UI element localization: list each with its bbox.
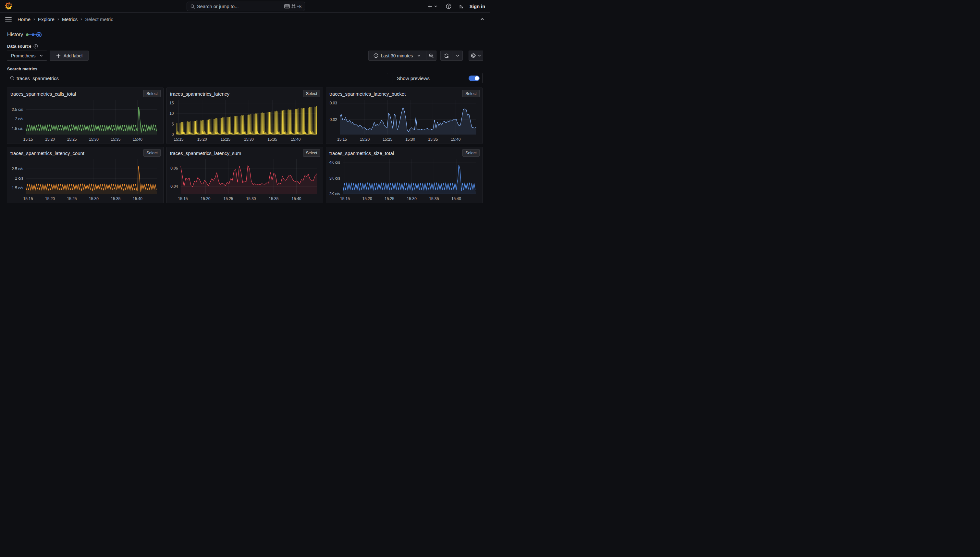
svg-text:15:15: 15:15 — [340, 197, 350, 201]
svg-text:4K c/s: 4K c/s — [329, 160, 340, 165]
svg-text:1.5 c/s: 1.5 c/s — [12, 186, 23, 190]
svg-text:15:20: 15:20 — [360, 137, 370, 142]
svg-text:15:15: 15:15 — [23, 137, 33, 142]
svg-text:15:15: 15:15 — [337, 137, 347, 142]
svg-text:15:30: 15:30 — [246, 197, 256, 201]
svg-text:15:35: 15:35 — [429, 197, 439, 201]
svg-text:15:15: 15:15 — [23, 197, 33, 201]
svg-text:2 c/s: 2 c/s — [15, 117, 23, 121]
svg-text:15:20: 15:20 — [363, 197, 372, 201]
svg-text:15:35: 15:35 — [428, 137, 438, 142]
svg-text:15:30: 15:30 — [407, 197, 416, 201]
svg-text:15:35: 15:35 — [267, 137, 277, 142]
svg-text:0.06: 0.06 — [170, 166, 178, 171]
svg-text:0.02: 0.02 — [330, 117, 338, 122]
svg-text:15:40: 15:40 — [133, 137, 142, 142]
svg-text:15:25: 15:25 — [220, 137, 230, 142]
svg-text:15:20: 15:20 — [45, 197, 55, 201]
svg-text:15:35: 15:35 — [269, 197, 278, 201]
svg-text:15:25: 15:25 — [382, 137, 392, 142]
svg-text:3K c/s: 3K c/s — [329, 176, 340, 181]
svg-text:1.5 c/s: 1.5 c/s — [12, 127, 23, 131]
svg-text:15:20: 15:20 — [201, 197, 210, 201]
svg-text:15:15: 15:15 — [174, 137, 183, 142]
svg-text:5: 5 — [172, 122, 174, 127]
svg-text:2.5 c/s: 2.5 c/s — [12, 107, 23, 112]
svg-text:15:30: 15:30 — [405, 137, 415, 142]
svg-text:15: 15 — [169, 101, 174, 105]
svg-text:10: 10 — [169, 111, 174, 116]
svg-text:2 c/s: 2 c/s — [15, 176, 23, 181]
svg-text:15:30: 15:30 — [89, 197, 99, 201]
svg-text:15:25: 15:25 — [385, 197, 394, 201]
svg-text:15:25: 15:25 — [223, 197, 233, 201]
svg-text:2K c/s: 2K c/s — [329, 192, 340, 196]
svg-text:15:15: 15:15 — [178, 197, 188, 201]
svg-text:15:40: 15:40 — [133, 197, 142, 201]
svg-text:15:40: 15:40 — [291, 137, 301, 142]
svg-text:15:20: 15:20 — [45, 137, 55, 142]
svg-text:2.5 c/s: 2.5 c/s — [12, 167, 23, 171]
svg-text:15:25: 15:25 — [67, 197, 77, 201]
svg-text:0: 0 — [172, 132, 174, 137]
svg-text:15:40: 15:40 — [451, 137, 461, 142]
svg-text:15:35: 15:35 — [111, 197, 120, 201]
svg-text:15:40: 15:40 — [291, 197, 301, 201]
svg-text:15:25: 15:25 — [67, 137, 77, 142]
svg-text:15:20: 15:20 — [197, 137, 207, 142]
svg-text:0.03: 0.03 — [330, 101, 338, 105]
svg-text:15:30: 15:30 — [89, 137, 99, 142]
svg-text:15:30: 15:30 — [244, 137, 253, 142]
svg-text:15:40: 15:40 — [451, 197, 461, 201]
svg-text:0.04: 0.04 — [170, 184, 178, 189]
svg-text:15:35: 15:35 — [111, 137, 120, 142]
